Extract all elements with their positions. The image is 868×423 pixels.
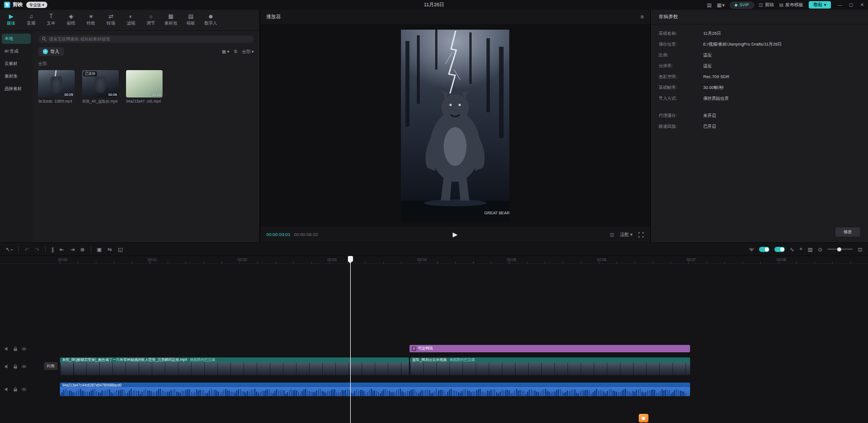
split-button[interactable]: ∥ <box>51 246 54 253</box>
media-sidebar: 本地 AI 生成 云素材 素材库 品牌素材 <box>0 31 33 242</box>
hide-icon[interactable] <box>21 387 27 392</box>
search-input[interactable] <box>49 36 250 42</box>
publish-template-button[interactable]: ▤发布模板 <box>779 2 804 8</box>
param-label: 分辨率: <box>659 63 703 69</box>
tab-adjust[interactable]: ☼调节 <box>141 14 161 26</box>
tab-effects[interactable]: ∗特效 <box>81 14 101 26</box>
tab-filters[interactable]: ◐滤镜 <box>121 14 141 26</box>
lock-icon[interactable] <box>13 364 18 369</box>
import-button[interactable]: +导入 <box>38 47 64 56</box>
fit-timeline-button[interactable]: ⊡ <box>858 246 862 253</box>
media-item[interactable]: 01:01 94a213a47_cd1.mp4 <box>126 70 163 104</box>
sidebar-item-cloud[interactable]: 云素材 <box>2 59 31 69</box>
tab-sticker[interactable]: ◈贴纸 <box>61 14 81 26</box>
video-clip[interactable]: 提取_网易云音乐视频画面防抖已完成 <box>410 357 690 375</box>
tab-transitions[interactable]: ⇄转场 <box>101 14 121 26</box>
timeline-zoom-slider[interactable] <box>828 249 853 250</box>
sidebar-item-ai-generate[interactable]: AI 生成 <box>2 46 31 56</box>
titlebar-actions: ▤ ▦▾ ◆SVIP ◫剪辑 ▤发布模板 导出▾ — ▢ ✕ <box>707 1 864 9</box>
app-version-badge[interactable]: 专业版▾ <box>26 2 47 8</box>
mirror-button[interactable]: ⇋ <box>108 246 112 253</box>
chevron-down-icon: ▾ <box>824 2 826 7</box>
timecode-current[interactable]: 00:00:03:01 <box>266 232 290 237</box>
undo-button[interactable]: ↶ <box>25 246 29 253</box>
ruler-label: 00:01 <box>148 258 157 262</box>
crop-button[interactable]: ◱ <box>118 246 123 253</box>
sticker-icon: ◈ <box>69 14 74 19</box>
view-mode-button[interactable]: ▦▾ <box>222 49 229 54</box>
close-button[interactable]: ✕ <box>860 2 864 7</box>
filter-all-dropdown[interactable]: 全部▾ <box>242 49 254 55</box>
tab-text[interactable]: T文本 <box>41 14 61 26</box>
svip-badge[interactable]: ◆SVIP <box>730 2 754 9</box>
playhead[interactable] <box>350 256 351 423</box>
chevron-down-icon: ▾ <box>252 49 254 54</box>
freeze-frame-button[interactable]: ▣ <box>97 246 102 253</box>
tab-templates[interactable]: ▤模板 <box>181 14 201 26</box>
modify-button[interactable]: 修改 <box>835 227 860 237</box>
mute-icon[interactable] <box>4 364 10 369</box>
redo-button[interactable]: ↷ <box>35 246 39 253</box>
slider-knob[interactable] <box>837 247 841 251</box>
media-item[interactable]: 已添加00:06 灰熊_4K_提取的.mp4 <box>82 70 119 104</box>
minimize-button[interactable]: — <box>838 2 842 7</box>
sidebar-item-brand[interactable]: 品牌素材 <box>2 84 31 94</box>
param-label: 草稿帧率: <box>659 85 703 91</box>
media-item[interactable]: 00:09 9e3ceab_1080f.mp4 <box>38 70 75 104</box>
main-track-magnet-toggle[interactable] <box>759 247 769 252</box>
sidebar-item-local[interactable]: 本地 <box>2 34 31 44</box>
select-tool-button[interactable]: ↖▾ <box>6 246 13 253</box>
ruler-label: 00:04 <box>417 258 427 262</box>
linkage-button[interactable]: ∿ <box>790 246 794 253</box>
grid-icon: ▦ <box>222 49 226 54</box>
auto-snap-toggle[interactable] <box>774 247 785 252</box>
fit-mode-dropdown[interactable]: 适配▾ <box>620 231 632 238</box>
media-thumbnail: 00:09 <box>38 70 75 97</box>
hide-icon[interactable] <box>21 346 27 352</box>
workspace-layout-button[interactable]: ▦▾ <box>717 2 725 8</box>
tab-avatar[interactable]: ☻数字人 <box>201 14 221 26</box>
maximize-button[interactable]: ▢ <box>849 2 854 7</box>
lock-icon[interactable] <box>13 387 18 392</box>
split-screen-icon[interactable]: ◫ <box>610 232 614 237</box>
param-value: 30.00帧/秒 <box>703 85 724 91</box>
video-clip[interactable]: 灰熊_8K(解锁后变身)_融合成了一只具有神秘感的狼人巨熊_完美瞬间定格.mp4… <box>60 357 409 375</box>
param-value: E:/视频/素材/JianyingPro Drafts/11月26日 <box>703 42 782 47</box>
global-inout-button[interactable]: ⊙ <box>818 246 822 253</box>
clip-name: 提取_网易云音乐视频 <box>412 357 447 363</box>
export-button[interactable]: 导出▾ <box>809 1 831 9</box>
preview-video[interactable]: GREAT BEAR <box>401 30 509 221</box>
hide-icon[interactable] <box>21 364 27 369</box>
sort-button[interactable]: ⇅ <box>234 49 237 54</box>
time-ruler[interactable]: 00:00 00:01 00:02 00:03 00:04 00:05 00:0… <box>0 256 868 264</box>
mute-icon[interactable] <box>4 346 10 352</box>
playhead-handle[interactable] <box>348 256 353 262</box>
plus-icon: + <box>43 49 48 54</box>
tab-audio[interactable]: ♫音频 <box>21 14 41 26</box>
play-button[interactable]: ▶ <box>453 231 457 238</box>
lock-icon[interactable] <box>13 346 18 352</box>
mute-icon[interactable] <box>4 387 10 392</box>
param-label: 极速回放: <box>659 124 703 129</box>
tab-media[interactable]: ▶媒体 <box>1 14 21 26</box>
creature-decoration <box>50 76 63 93</box>
record-voice-button[interactable]: Ψ <box>749 246 754 253</box>
fullscreen-icon[interactable] <box>638 232 644 238</box>
trim-left-button[interactable]: ⇤ <box>60 246 64 253</box>
audio-clip[interactable]: 94a213a47c44c6287a54789988acd0 <box>60 383 690 396</box>
preview-axis-button[interactable]: ⌖ <box>800 246 802 253</box>
layout-toggle-icon[interactable]: ▤ <box>707 2 712 8</box>
cover-button[interactable]: 封面 <box>44 362 58 370</box>
creature-decoration <box>94 76 107 93</box>
text-clip[interactable]: T 可达鸭吗 <box>409 345 690 352</box>
delete-button[interactable]: ⊗ <box>80 246 85 253</box>
activity-gift-icon[interactable]: ▣ <box>639 414 648 422</box>
trim-right-button[interactable]: ⇥ <box>70 246 75 253</box>
clip-button[interactable]: ◫剪辑 <box>759 2 774 8</box>
player-menu-icon[interactable]: ≡ <box>640 14 644 20</box>
sidebar-item-library[interactable]: 素材库 <box>2 71 31 82</box>
tab-asset-pack[interactable]: ▦素材包 <box>161 14 181 26</box>
ruler-label: 00:07 <box>687 258 696 262</box>
diamond-icon: ◆ <box>735 2 738 7</box>
track-layout-button[interactable]: ▥ <box>808 246 813 253</box>
